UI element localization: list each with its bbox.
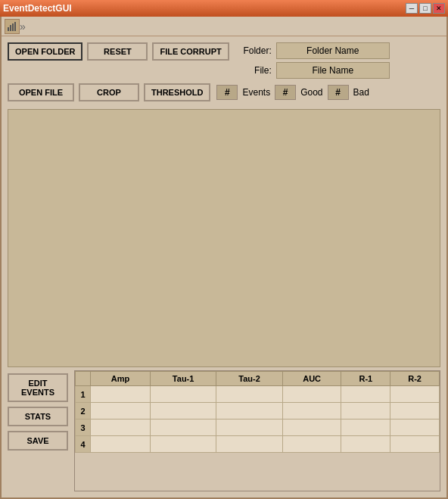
svg-rect-0 [8, 27, 9, 31]
table-row: 1 [76, 386, 440, 403]
open-file-button[interactable]: OPEN FILE [8, 83, 74, 101]
row-number: 4 [76, 436, 91, 453]
data-table-container: Amp Tau-1 Tau-2 AUC R-1 R-2 1234 [74, 370, 440, 491]
file-info: Folder: Folder Name File: File Name [241, 42, 390, 79]
table-cell[interactable] [150, 436, 216, 453]
save-button[interactable]: SAVE [8, 431, 68, 451]
table-cell[interactable] [150, 386, 216, 403]
table-cell[interactable] [390, 419, 440, 436]
file-value: File Name [276, 62, 390, 79]
table-cell[interactable] [282, 386, 341, 403]
toolbar-icon [5, 19, 20, 34]
col-header-tau1: Tau-1 [150, 372, 216, 386]
table-cell[interactable] [390, 403, 440, 419]
title-bar: EventDetectGUI ─ □ ✕ [0, 0, 448, 17]
canvas-area [8, 109, 440, 367]
table-cell[interactable] [390, 386, 440, 403]
table-cell[interactable] [341, 403, 390, 419]
table-header-row: Amp Tau-1 Tau-2 AUC R-1 R-2 [76, 372, 440, 386]
table-cell[interactable] [91, 403, 151, 419]
threshold-button[interactable]: THRESHOLD [144, 83, 210, 101]
col-header-tau2: Tau-2 [216, 372, 282, 386]
main-window: » OPEN FOLDER RESET FILE CORRUPT Folder:… [0, 17, 448, 499]
crop-button[interactable]: CROP [79, 83, 139, 101]
reset-button[interactable]: RESET [87, 42, 148, 61]
edit-events-button[interactable]: EDIT EVENTS [8, 373, 68, 402]
folder-value: Folder Name [276, 42, 390, 59]
title-bar-text: EventDetectGUI [3, 3, 72, 14]
scroll-indicator: » [20, 20, 27, 33]
col-header-r1: R-1 [341, 372, 390, 386]
data-table: Amp Tau-1 Tau-2 AUC R-1 R-2 1234 [75, 371, 440, 453]
table-row: 4 [76, 436, 440, 453]
table-row: 3 [76, 419, 440, 436]
svg-rect-1 [10, 25, 11, 31]
svg-rect-3 [14, 22, 16, 31]
close-button[interactable]: ✕ [433, 3, 445, 14]
minimize-button[interactable]: ─ [406, 3, 418, 14]
folder-label: Folder: [241, 45, 272, 56]
bottom-section: EDIT EVENTS STATS SAVE Amp Tau-1 Tau-2 A… [8, 370, 440, 491]
table-cell[interactable] [216, 419, 282, 436]
restore-button[interactable]: □ [419, 3, 431, 14]
table-cell[interactable] [150, 403, 216, 419]
stats-button[interactable]: STATS [8, 407, 68, 426]
title-bar-buttons: ─ □ ✕ [406, 3, 445, 14]
table-cell[interactable] [91, 436, 151, 453]
table-cell[interactable] [341, 436, 390, 453]
folder-row: Folder: Folder Name [241, 42, 390, 59]
table-cell[interactable] [150, 419, 216, 436]
file-row: File: File Name [241, 62, 390, 79]
file-corrupt-button[interactable]: FILE CORRUPT [152, 42, 229, 61]
table-cell[interactable] [216, 386, 282, 403]
table-row: 2 [76, 403, 440, 419]
table-cell[interactable] [390, 436, 440, 453]
good-count: # [275, 85, 296, 100]
table-cell[interactable] [91, 386, 151, 403]
table-cell[interactable] [282, 436, 341, 453]
row-number: 1 [76, 386, 91, 403]
table-cell[interactable] [341, 386, 390, 403]
table-cell[interactable] [282, 419, 341, 436]
events-row: # Events # Good # Bad [216, 85, 373, 100]
svg-rect-2 [12, 23, 14, 31]
events-count: # [216, 85, 238, 100]
col-header-num [76, 372, 91, 386]
table-cell[interactable] [216, 436, 282, 453]
col-header-r2: R-2 [390, 372, 440, 386]
table-cell[interactable] [341, 419, 390, 436]
table-cell[interactable] [282, 403, 341, 419]
toolbar: » [2, 17, 446, 36]
bad-label: Bad [353, 87, 369, 98]
col-header-amp: Amp [91, 372, 151, 386]
table-cell[interactable] [91, 419, 151, 436]
bad-count: # [328, 85, 349, 100]
chart-icon [7, 21, 17, 32]
events-label: Events [242, 87, 270, 98]
file-label: File: [241, 65, 272, 76]
good-label: Good [300, 87, 322, 98]
row-number: 3 [76, 419, 91, 436]
row-number: 2 [76, 403, 91, 419]
open-folder-button[interactable]: OPEN FOLDER [8, 42, 82, 61]
col-header-auc: AUC [282, 372, 341, 386]
content-area: OPEN FOLDER RESET FILE CORRUPT Folder: F… [2, 36, 446, 497]
left-buttons: EDIT EVENTS STATS SAVE [8, 370, 68, 491]
table-cell[interactable] [216, 403, 282, 419]
